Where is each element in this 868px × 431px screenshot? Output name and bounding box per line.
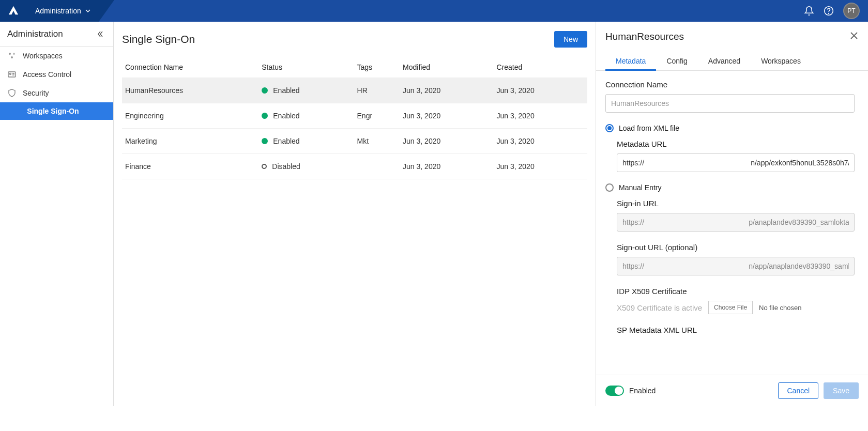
svg-point-1: [829, 13, 829, 14]
cell-tags: HR: [354, 78, 400, 103]
detail-panel: HumanResources MetadataConfigAdvancedWor…: [596, 22, 868, 406]
enabled-toggle-label: Enabled: [629, 387, 656, 395]
sidebar-item-label: Access Control: [23, 70, 71, 79]
table-header[interactable]: Status: [258, 57, 354, 78]
shield-icon: [7, 88, 17, 98]
tab-config[interactable]: Config: [656, 52, 697, 70]
help-icon[interactable]: [824, 6, 834, 16]
id-card-icon: [7, 70, 17, 79]
signout-url-label: Sign-out URL (optional): [617, 243, 855, 252]
cell-connection-name: Finance: [122, 154, 258, 179]
sidebar-title: Administration: [7, 29, 63, 39]
avatar-initials: PT: [847, 7, 855, 14]
sp-metadata-label: SP Metadata XML URL: [617, 326, 855, 334]
workspaces-icon: [7, 51, 17, 60]
table-row[interactable]: HumanResourcesEnabledHRJun 3, 2020Jun 3,…: [122, 78, 587, 103]
signout-url-input: [617, 257, 855, 275]
choose-file-button[interactable]: Choose File: [708, 301, 753, 314]
load-xml-label: Load from XML file: [619, 124, 679, 132]
table-row[interactable]: FinanceDisabledJun 3, 2020Jun 3, 2020: [122, 154, 587, 179]
table-row[interactable]: MarketingEnabledMktJun 3, 2020Jun 3, 202…: [122, 129, 587, 154]
tab-workspaces[interactable]: Workspaces: [751, 52, 811, 70]
topbar: Administration PT: [0, 0, 868, 22]
table-header[interactable]: Connection Name: [122, 57, 258, 78]
table-row[interactable]: EngineeringEnabledEngrJun 3, 2020Jun 3, …: [122, 103, 587, 129]
manual-entry-label: Manual Entry: [619, 183, 661, 192]
cell-connection-name: Engineering: [122, 103, 258, 129]
idp-cert-label: IDP X509 Certificate: [617, 287, 855, 296]
chevron-double-left-icon: [97, 30, 104, 38]
sidebar-item-access-control[interactable]: Access Control: [0, 65, 113, 84]
connections-table: Connection NameStatusTagsModifiedCreated…: [122, 57, 587, 179]
topbar-section-label: Administration: [35, 7, 81, 15]
status-dot-icon: [262, 87, 268, 94]
svg-point-2: [9, 53, 11, 55]
cell-status: Enabled: [258, 78, 354, 103]
app-logo[interactable]: [0, 0, 27, 22]
svg-point-6: [10, 73, 11, 75]
panel-title: HumanResources: [605, 31, 684, 42]
tab-metadata[interactable]: Metadata: [605, 52, 656, 70]
table-header[interactable]: Created: [494, 57, 587, 78]
cell-created: Jun 3, 2020: [494, 103, 587, 129]
sidebar-item-workspaces[interactable]: Workspaces: [0, 47, 113, 65]
table-header[interactable]: Modified: [400, 57, 493, 78]
cell-modified: Jun 3, 2020: [400, 154, 493, 179]
sidebar-item-label: Workspaces: [23, 52, 63, 60]
cell-modified: Jun 3, 2020: [400, 103, 493, 129]
sidebar-collapse-button[interactable]: [95, 28, 106, 40]
notifications-icon[interactable]: [804, 6, 814, 16]
cert-status-text: X509 Certificate is active: [617, 303, 702, 312]
sidebar-item-single-sign-on[interactable]: Single Sign-On: [0, 102, 113, 120]
sidebar: Administration Workspaces Access Control…: [0, 22, 114, 406]
cell-status: Enabled: [258, 129, 354, 154]
no-file-text: No file chosen: [759, 304, 801, 312]
cell-modified: Jun 3, 2020: [400, 78, 493, 103]
cancel-button[interactable]: Cancel: [778, 382, 818, 399]
cell-created: Jun 3, 2020: [494, 154, 587, 179]
status-dot-icon: [262, 113, 268, 119]
metadata-url-input[interactable]: [617, 153, 855, 172]
cell-tags: Mkt: [354, 129, 400, 154]
content-area: Single Sign-On New Connection NameStatus…: [114, 22, 596, 406]
cell-status: Disabled: [258, 154, 354, 179]
tab-advanced[interactable]: Advanced: [698, 52, 751, 70]
sidebar-item-label: Single Sign-On: [27, 107, 79, 115]
svg-point-3: [13, 53, 15, 55]
signin-url-label: Sign-in URL: [617, 199, 855, 208]
signin-url-input: [617, 213, 855, 232]
new-button[interactable]: New: [554, 31, 587, 48]
cell-created: Jun 3, 2020: [494, 78, 587, 103]
connection-name-label: Connection Name: [605, 80, 855, 89]
connection-name-input[interactable]: [605, 94, 855, 113]
close-icon: [849, 31, 859, 40]
chevron-down-icon: [85, 8, 90, 13]
cell-created: Jun 3, 2020: [494, 129, 587, 154]
sidebar-item-label: Security: [23, 89, 49, 97]
sidebar-item-security[interactable]: Security: [0, 84, 113, 102]
cell-tags: Engr: [354, 103, 400, 129]
cell-status: Enabled: [258, 103, 354, 129]
save-button[interactable]: Save: [824, 382, 859, 399]
cell-connection-name: Marketing: [122, 129, 258, 154]
table-header[interactable]: Tags: [354, 57, 400, 78]
status-dot-icon: [262, 138, 268, 144]
page-title: Single Sign-On: [122, 33, 195, 45]
cell-connection-name: HumanResources: [122, 78, 258, 103]
status-dot-icon: [262, 164, 267, 169]
manual-entry-radio[interactable]: [605, 183, 614, 192]
cell-tags: [354, 154, 400, 179]
load-xml-radio[interactable]: [605, 124, 614, 132]
svg-point-4: [11, 56, 13, 58]
cell-modified: Jun 3, 2020: [400, 129, 493, 154]
enabled-toggle[interactable]: [605, 386, 624, 396]
topbar-section-dropdown[interactable]: Administration: [27, 0, 99, 22]
avatar[interactable]: PT: [843, 3, 860, 19]
metadata-url-label: Metadata URL: [617, 140, 855, 148]
close-panel-button[interactable]: [849, 31, 859, 42]
